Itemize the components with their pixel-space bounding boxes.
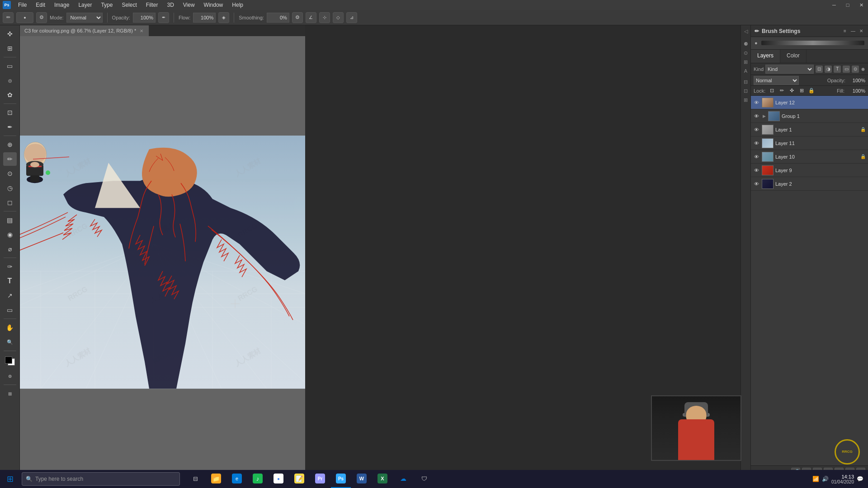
brush-settings-menu[interactable]: ≡	[842, 28, 848, 34]
layer-row-11[interactable]: 👁 Layer 11	[751, 136, 868, 150]
edge-btn[interactable]: e	[227, 470, 247, 488]
color-swatches[interactable]	[3, 355, 17, 367]
taskbar-search-box[interactable]: 🔍 Type here to search	[22, 472, 180, 486]
layer-row-2[interactable]: 👁 Layer 2	[751, 177, 868, 191]
opacity-pen-btn[interactable]: ✒	[158, 12, 169, 23]
menu-3d[interactable]: 3D	[163, 1, 177, 9]
layer-row-1[interactable]: 👁 Layer 1 🔒	[751, 123, 868, 136]
brush-settings-btn[interactable]: ⚙	[36, 12, 47, 23]
tablet-btn[interactable]: ⊿	[346, 12, 357, 23]
panel-icon-5[interactable]: ⊟	[742, 78, 750, 86]
layer-row-group1[interactable]: 👁 ▶ Group 1	[751, 109, 868, 123]
tab-close-btn[interactable]: ✕	[139, 28, 144, 34]
group1-expand-arrow[interactable]: ▶	[762, 114, 766, 118]
layer-11-visibility[interactable]: 👁	[753, 140, 760, 147]
smart-filter-icon[interactable]: ⊙	[852, 66, 859, 73]
menu-file[interactable]: File	[14, 1, 30, 9]
layer-row-10[interactable]: 👁 Layer 10 🔒	[751, 150, 868, 164]
panel-icon-3[interactable]: ⊞	[742, 58, 750, 66]
panel-icon-4[interactable]: A	[742, 67, 750, 75]
spotify-btn[interactable]: ♪	[248, 470, 268, 488]
panel-icon-6[interactable]: ⊡	[742, 87, 750, 95]
maximize-button[interactable]: □	[841, 0, 854, 10]
tab-layers[interactable]: Layers	[751, 50, 780, 63]
type-tool[interactable]: T	[3, 274, 17, 288]
start-button[interactable]: ⊞	[0, 470, 20, 488]
photoshop-btn[interactable]: Ps	[331, 470, 351, 488]
menu-select[interactable]: Select	[118, 1, 140, 9]
layer-filter-toggle[interactable]: ●	[861, 65, 865, 73]
crop-tool[interactable]: ⊡	[3, 106, 17, 119]
hand-tool[interactable]: ✋	[3, 321, 17, 334]
smoothing-input[interactable]	[267, 13, 289, 23]
lasso-tool[interactable]: ⌾	[3, 74, 17, 87]
layer-1-visibility[interactable]: 👁	[753, 126, 760, 133]
zoom-tool[interactable]: 🔍	[3, 335, 17, 349]
lock-all-icon[interactable]: 🔒	[808, 87, 815, 94]
menu-edit[interactable]: Edit	[32, 1, 49, 9]
security-btn[interactable]: 🛡	[414, 470, 434, 488]
brush-size-btn[interactable]: ●	[16, 12, 33, 23]
eraser-tool[interactable]: ◻	[3, 196, 17, 209]
move-tool[interactable]: ✜	[3, 27, 17, 41]
screen-mode-btn[interactable]: ⊞	[3, 387, 17, 400]
flow-input[interactable]	[193, 13, 216, 23]
smoothing-options[interactable]: ⚙	[292, 12, 303, 23]
panel-icon-7[interactable]: ⊞	[742, 96, 750, 104]
type-filter-icon[interactable]: T	[834, 66, 841, 73]
layer-10-visibility[interactable]: 👁	[753, 153, 760, 160]
lock-transparent-icon[interactable]: ⊡	[768, 87, 775, 94]
collapse-panels-btn[interactable]: ◁	[742, 27, 750, 35]
lock-image-icon[interactable]: ✏	[778, 87, 785, 94]
layer-12-visibility[interactable]: 👁	[753, 99, 760, 106]
pen-tool[interactable]: ✑	[3, 260, 17, 273]
foreground-color[interactable]	[5, 357, 12, 364]
history-brush-tool[interactable]: ◷	[3, 181, 17, 195]
premiere-btn[interactable]: Pr	[310, 470, 330, 488]
quick-select-tool[interactable]: ✿	[3, 88, 17, 102]
group1-visibility[interactable]: 👁	[753, 113, 760, 120]
canvas-area[interactable]: RRCG 人人素材 RRCG 人人素材 RRCG 人人素材 RRCG 人人素材 …	[20, 36, 305, 478]
volume-icon[interactable]: 🔊	[822, 476, 829, 482]
symmetry-btn[interactable]: ⊹	[319, 12, 330, 23]
minimize-button[interactable]: ─	[827, 0, 841, 10]
excel-btn[interactable]: X	[373, 470, 392, 488]
notification-icon[interactable]: 💬	[857, 476, 863, 482]
fill-value[interactable]: 100%	[847, 88, 865, 94]
menu-help[interactable]: Help	[228, 1, 247, 9]
network-icon[interactable]: 📶	[812, 476, 819, 482]
sticky-notes-btn[interactable]: 📝	[289, 470, 309, 488]
lock-position-icon[interactable]: ✜	[788, 87, 795, 94]
layer-2-visibility[interactable]: 👁	[753, 180, 760, 188]
close-button[interactable]: ✕	[854, 0, 868, 10]
menu-filter[interactable]: Filter	[142, 1, 162, 9]
brush-preset-picker[interactable]: ✏	[3, 12, 14, 23]
path-select-tool[interactable]: ↗	[3, 289, 17, 302]
layer-row-12[interactable]: 👁 Layer 12	[751, 96, 868, 109]
system-clock[interactable]: 14:13 01/04/2020	[831, 474, 854, 484]
shape-tool[interactable]: ▭	[3, 303, 17, 317]
layer-row-9[interactable]: 👁 Layer 9	[751, 164, 868, 177]
shape-filter-icon[interactable]: ▭	[843, 66, 850, 73]
panel-icon-2[interactable]: ⊙	[742, 49, 750, 57]
menu-window[interactable]: Window	[200, 1, 227, 9]
panel-icon-1[interactable]: ⚈	[742, 40, 750, 48]
layers-kind-select[interactable]: Kind	[765, 65, 814, 74]
mode-select[interactable]: Normal	[66, 13, 103, 23]
word-btn[interactable]: W	[352, 470, 372, 488]
opacity-input[interactable]	[133, 13, 156, 23]
blend-mode-select[interactable]: Normal	[754, 76, 799, 85]
brush-settings-close[interactable]: ✕	[858, 28, 864, 34]
angle-btn[interactable]: ∠	[306, 12, 316, 23]
layer-9-visibility[interactable]: 👁	[753, 167, 760, 174]
blur-tool[interactable]: ◉	[3, 228, 17, 241]
dodge-tool[interactable]: ⌀	[3, 242, 17, 256]
pixel-filter-icon[interactable]: ⊡	[816, 66, 823, 73]
pressure-btn[interactable]: ◇	[333, 12, 344, 23]
tab-color[interactable]: Color	[780, 50, 807, 63]
document-tab[interactable]: C3 for colouring.png @ 66.7% (Layer 12, …	[20, 25, 149, 36]
eyedropper-tool[interactable]: ✒	[3, 120, 17, 134]
artboard-tool[interactable]: ⊞	[3, 42, 17, 55]
quick-mask-btn[interactable]: ⊚	[3, 369, 17, 383]
brush-tool[interactable]: ✏	[3, 152, 17, 166]
